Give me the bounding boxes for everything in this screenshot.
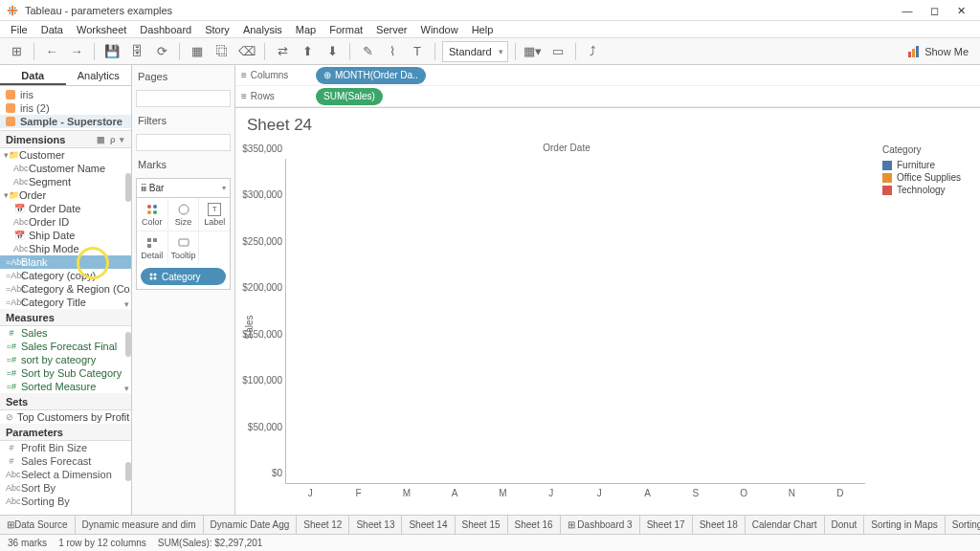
measure-sales[interactable]: #Sales <box>0 326 131 340</box>
param-sales-forecast[interactable]: #Sales Forecast <box>0 454 131 468</box>
close-button[interactable]: ✕ <box>947 2 974 19</box>
sheet-tab[interactable]: Sheet 13 <box>349 516 402 534</box>
measure-sort-category[interactable]: =#sort by cateogry <box>0 353 131 366</box>
sheet-tab[interactable]: Sheet 14 <box>402 516 455 534</box>
save-icon[interactable]: 💾 <box>101 41 122 62</box>
folder-order[interactable]: ▾📁Order <box>0 188 131 202</box>
measure-sales-forecast[interactable]: =#Sales Forecast Final <box>0 340 131 353</box>
param-profit-bin[interactable]: #Profit Bin Size <box>0 441 131 454</box>
menu-file[interactable]: File <box>4 24 34 35</box>
dim-ship-mode[interactable]: AbcShip Mode <box>0 242 131 255</box>
marks-size[interactable]: Size <box>168 198 200 231</box>
go-to-start-icon[interactable]: ⊞ <box>6 41 27 62</box>
set-top-customers[interactable]: ⊘Top Customers by Profit <box>0 410 131 424</box>
marks-detail[interactable]: Detail <box>137 231 168 264</box>
new-worksheet-icon[interactable]: ▦ <box>187 41 208 62</box>
menu-dashboard[interactable]: Dashboard <box>133 24 198 35</box>
filters-card[interactable]: Filters <box>136 113 231 128</box>
share-icon[interactable]: ⤴ <box>583 41 604 62</box>
parameters-header[interactable]: Parameters <box>0 424 131 441</box>
sheet-tab[interactable]: Sorting in Maps <box>864 516 945 534</box>
sheet-tab[interactable]: Donut <box>825 516 865 534</box>
dim-category-copy[interactable]: =AbcCategory (copy) <box>0 269 131 282</box>
dim-customer-name[interactable]: AbcCustomer Name <box>0 162 131 175</box>
marks-tooltip[interactable]: Tooltip <box>168 231 200 264</box>
sheet-tab[interactable]: Sheet 12 <box>297 516 349 534</box>
columns-pill[interactable]: ⊕MONTH(Order Da.. <box>316 67 426 84</box>
menu-format[interactable]: Format <box>323 24 369 35</box>
legend-item[interactable]: Furniture <box>882 159 972 171</box>
dim-segment[interactable]: AbcSegment <box>0 175 131 188</box>
back-icon[interactable]: ← <box>41 41 62 62</box>
presentation-icon[interactable]: ▭ <box>547 41 568 62</box>
measure-sorted[interactable]: =#Sorted Measure <box>0 380 131 393</box>
menu-map[interactable]: Map <box>289 24 323 35</box>
forward-icon[interactable]: → <box>66 41 87 62</box>
swap-icon[interactable]: ⇄ <box>272 41 293 62</box>
duplicate-icon[interactable]: ⿻ <box>212 41 233 62</box>
sheet-tab[interactable]: Dynamic measure and dim <box>76 516 204 534</box>
tab-data[interactable]: Data <box>0 65 66 85</box>
legend[interactable]: Category FurnitureOffice SuppliesTechnol… <box>875 139 980 515</box>
menu-story[interactable]: Story <box>198 24 236 35</box>
marks-color[interactable]: Color <box>137 198 168 231</box>
menu-analysis[interactable]: Analysis <box>236 24 289 35</box>
menu-worksheet[interactable]: Worksheet <box>70 24 133 35</box>
tab-data-source[interactable]: ⊞ Data Source <box>0 516 76 534</box>
pages-card[interactable]: Pages <box>136 69 231 84</box>
marks-label[interactable]: TLabel <box>199 198 230 231</box>
totals-icon[interactable]: T <box>407 41 428 62</box>
sheet-tab[interactable]: Sorting with parameter <box>946 516 980 534</box>
menu-window[interactable]: Window <box>414 24 465 35</box>
minimize-button[interactable]: — <box>894 2 921 19</box>
mark-type-dropdown[interactable]: ⅲ Bar <box>137 179 230 198</box>
clear-icon[interactable]: ⌫ <box>236 41 257 62</box>
show-hide-cards-icon[interactable]: ▦▾ <box>523 41 544 62</box>
measure-sort-subcat[interactable]: =#Sort by Sub Category <box>0 366 131 380</box>
sheet-tab[interactable]: Sheet 15 <box>456 516 508 534</box>
sort-desc-icon[interactable]: ⬇ <box>322 41 343 62</box>
tab-analytics[interactable]: Analytics <box>66 65 132 85</box>
dim-category-title[interactable]: =AbcCategory Title <box>0 296 131 309</box>
folder-customer[interactable]: ▾📁Customer <box>0 148 131 162</box>
sheet-tab[interactable]: Calendar Chart <box>746 516 825 534</box>
sort-asc-icon[interactable]: ⬆ <box>297 41 318 62</box>
rows-pill[interactable]: SUM(Sales) <box>316 88 383 105</box>
sheet-tab[interactable]: Sheet 17 <box>640 516 693 534</box>
datasource-item[interactable]: iris <box>0 88 131 101</box>
legend-item[interactable]: Technology <box>882 184 972 196</box>
sheet-tab[interactable]: ⊞ Dashboard 3 <box>561 516 640 534</box>
dim-category-region[interactable]: =AbcCategory & Region (Co... <box>0 282 131 296</box>
group-icon[interactable]: ⌇ <box>382 41 403 62</box>
sheet-tab[interactable]: Sheet 18 <box>693 516 746 534</box>
dim-order-date[interactable]: 📅Order Date <box>0 202 131 215</box>
measures-header[interactable]: Measures <box>0 309 131 326</box>
worksheet-title[interactable]: Sheet 24 <box>235 108 980 139</box>
dim-order-id[interactable]: AbcOrder ID <box>0 215 131 229</box>
dimensions-header[interactable]: Dimensions▦ ρ ▾ <box>0 131 131 148</box>
rows-shelf[interactable]: ≡Rows SUM(Sales) <box>235 86 980 107</box>
new-datasource-icon[interactable]: 🗄 <box>126 41 147 62</box>
dim-blank[interactable]: =AbcBlank <box>0 255 131 269</box>
refresh-icon[interactable]: ⟳ <box>151 41 172 62</box>
menu-data[interactable]: Data <box>34 24 70 35</box>
legend-item[interactable]: Office Supplies <box>882 171 972 184</box>
param-sorting-by[interactable]: AbcSorting By <box>0 495 131 508</box>
maximize-button[interactable]: ◻ <box>921 2 947 19</box>
color-pill-category[interactable]: Category <box>141 268 226 285</box>
sheet-tab[interactable]: Sheet 16 <box>508 516 561 534</box>
menu-help[interactable]: Help <box>465 24 501 35</box>
param-select-dim[interactable]: AbcSelect a Dimension <box>0 468 131 481</box>
menu-server[interactable]: Server <box>369 24 413 35</box>
show-me-button[interactable]: Show Me <box>902 45 974 58</box>
datasource-item[interactable]: iris (2) <box>0 101 131 115</box>
param-sort-by[interactable]: AbcSort By <box>0 481 131 495</box>
sets-header[interactable]: Sets <box>0 393 131 410</box>
fit-dropdown[interactable]: Standard <box>442 41 508 62</box>
sheet-tab[interactable]: Dynamic Date Agg <box>204 516 298 534</box>
highlight-icon[interactable]: ✎ <box>357 41 378 62</box>
columns-shelf[interactable]: ≡Columns ⊕MONTH(Order Da.. <box>235 65 980 86</box>
datasource-item[interactable]: Sample - Superstore <box>0 115 131 128</box>
dim-ship-date[interactable]: 📅Ship Date <box>0 229 131 242</box>
chart[interactable]: Order Date Sales $0$50,000$100,000$150,0… <box>235 139 875 515</box>
